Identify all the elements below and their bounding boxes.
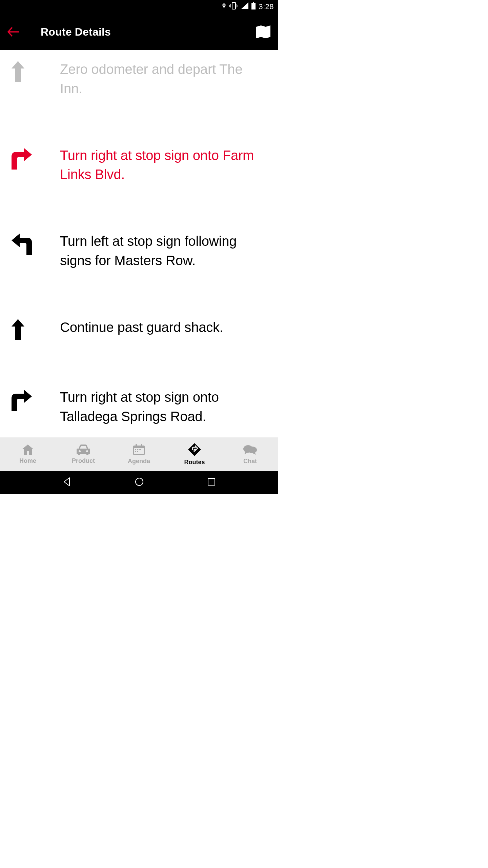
car-icon bbox=[77, 445, 90, 456]
chat-icon bbox=[243, 444, 257, 456]
tab-chat[interactable]: Chat bbox=[222, 437, 278, 471]
nav-recents-button[interactable] bbox=[207, 477, 216, 488]
route-step-text: Continue past guard shack. bbox=[60, 318, 223, 337]
route-step-text: Turn right at stop sign onto Farm Links … bbox=[60, 146, 268, 184]
home-icon bbox=[22, 445, 34, 456]
route-step-text: Turn left at stop sign following signs f… bbox=[60, 232, 268, 270]
svg-rect-6 bbox=[251, 3, 256, 9]
turn-right-icon bbox=[7, 388, 60, 411]
tab-label: Product bbox=[72, 457, 95, 465]
route-step[interactable]: Zero odometer and depart The Inn. bbox=[0, 50, 278, 106]
signal-icon bbox=[241, 2, 248, 11]
route-steps-list: Zero odometer and depart The Inn.Turn ri… bbox=[0, 50, 278, 437]
route-step-text: Zero odometer and depart The Inn. bbox=[60, 60, 268, 98]
tab-label: Chat bbox=[243, 458, 257, 465]
bottom-tab-bar: HomeProductAgendaRoutesChat bbox=[0, 437, 278, 471]
straight-arrow-icon bbox=[7, 60, 60, 82]
svg-point-8 bbox=[86, 450, 88, 452]
svg-point-20 bbox=[248, 447, 257, 453]
status-clock: 3:28 bbox=[259, 2, 274, 11]
map-button[interactable] bbox=[251, 25, 270, 38]
turn-right-icon bbox=[7, 146, 60, 170]
tab-home[interactable]: Home bbox=[0, 437, 56, 471]
nav-home-button[interactable] bbox=[135, 477, 144, 488]
arrow-left-icon bbox=[7, 27, 19, 37]
route-step[interactable]: Turn right at stop sign onto Talladega S… bbox=[0, 379, 278, 434]
turn-left-icon bbox=[7, 232, 60, 255]
route-step[interactable]: Turn right at stop sign onto Farm Links … bbox=[0, 138, 278, 193]
page-title: Route Details bbox=[28, 26, 251, 38]
tab-label: Agenda bbox=[128, 458, 150, 465]
vibrate-icon bbox=[229, 2, 238, 12]
route-step[interactable]: Continue past guard shack. bbox=[0, 310, 278, 348]
route-step-text: Turn right at stop sign onto Talladega S… bbox=[60, 388, 268, 426]
back-button[interactable] bbox=[7, 27, 28, 37]
map-icon bbox=[256, 25, 270, 38]
tab-routes[interactable]: Routes bbox=[167, 437, 222, 471]
route-step[interactable]: Turn left at stop sign following signs f… bbox=[0, 223, 278, 278]
svg-rect-14 bbox=[140, 449, 141, 450]
svg-rect-13 bbox=[139, 449, 140, 450]
svg-point-21 bbox=[136, 478, 143, 486]
svg-rect-15 bbox=[135, 451, 136, 452]
nav-back-button[interactable] bbox=[62, 477, 72, 488]
battery-icon bbox=[251, 2, 256, 12]
tab-agenda[interactable]: Agenda bbox=[111, 437, 167, 471]
app-bar: Route Details bbox=[0, 14, 278, 50]
svg-rect-18 bbox=[141, 444, 142, 447]
svg-rect-11 bbox=[135, 449, 136, 450]
android-nav-bar bbox=[0, 471, 278, 494]
straight-arrow-icon bbox=[7, 318, 60, 340]
svg-rect-12 bbox=[137, 449, 138, 450]
svg-rect-16 bbox=[137, 451, 138, 452]
diamond-icon bbox=[188, 443, 201, 457]
svg-rect-5 bbox=[253, 2, 254, 3]
tab-label: Routes bbox=[184, 459, 205, 466]
svg-rect-0 bbox=[232, 2, 236, 9]
location-icon bbox=[221, 2, 227, 12]
status-bar: 3:28 bbox=[0, 0, 278, 14]
svg-point-7 bbox=[79, 450, 81, 452]
svg-rect-17 bbox=[136, 444, 137, 447]
svg-rect-22 bbox=[208, 478, 215, 485]
calendar-icon bbox=[133, 444, 145, 456]
tab-label: Home bbox=[19, 457, 36, 465]
tab-product[interactable]: Product bbox=[56, 437, 111, 471]
